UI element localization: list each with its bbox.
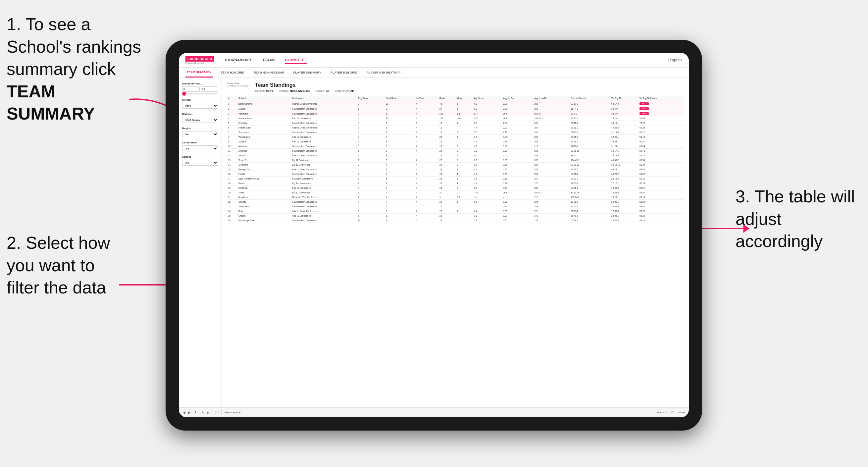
nav-teams[interactable]: TEAMS	[262, 57, 275, 64]
table-row: 13Texas TechBig 12 Conference194272-3.51…	[227, 158, 684, 163]
table-row: 20TexasBig 12 Conference374270.71.442695…	[227, 190, 684, 195]
clock-icon[interactable]: 🕐	[215, 411, 219, 414]
filter-region: Region: All	[315, 89, 329, 92]
table-row: 14OklahomaBig 12 Conference244242-5.21.8…	[227, 163, 684, 167]
table-row: 9ArizonaPac-12 Conference38422--4.61.982…	[227, 139, 684, 144]
table-row: 22GeorgiaSoutheastern Conference874211-5…	[227, 200, 684, 204]
col-avg-par: Avg. to Par	[502, 96, 533, 101]
col-vs25: Vs Top 25	[610, 96, 639, 101]
tab-player-h2h-grid[interactable]: PLAYER H2H GRID	[329, 68, 359, 77]
table-title: Team Standings	[255, 82, 684, 88]
nav-committee[interactable]: COMMITTEE	[285, 57, 307, 64]
table-row: 18IllinoisBig Ten Conference184234-1.41.…	[227, 181, 684, 186]
table-row: 16FloridaSoutheastern Conference794244-2…	[227, 172, 684, 177]
watch-button[interactable]: Watch ▾	[657, 411, 666, 414]
tab-player-h2h-heatmap[interactable]: PLAYER H2H HEATMAP	[365, 68, 402, 77]
col-reg-rank: Reg Rank	[357, 96, 385, 101]
tab-player-summary[interactable]: PLAYER SUMMARY	[292, 68, 322, 77]
standings-table: # School Conference Reg Rank Conf Rank N…	[227, 96, 684, 223]
copy-icon[interactable]: ⎘	[202, 411, 204, 414]
forward-icon[interactable]: ▶	[188, 411, 191, 414]
table-row: 11ArkansasSoutheastern Conference684232-…	[227, 149, 684, 153]
col-conf-rank: Conf Rank	[385, 96, 415, 101]
table-row: 1North CarolinaAtlantic Coast Conference…	[227, 101, 684, 106]
table-row: 4Arizona StatePac-12 Conference1264271-4…	[227, 116, 684, 121]
table-row: 25OregonPac-12 Conference59421--3.11.212…	[227, 214, 684, 218]
sidebar-division-select[interactable]: NCAA Division I NCAA Division II NCAA Di…	[182, 117, 218, 123]
col-avg-low: Avg. Low Rd.	[533, 96, 569, 101]
svg-marker-2	[744, 225, 749, 232]
table-row: 5Ole MissSoutheastern Conference364181-5…	[227, 121, 684, 126]
sidebar-conference-select[interactable]: (All)	[182, 146, 218, 151]
tablet: SCOREBOARD Powered by clippi TOURNAMENTS…	[165, 40, 702, 431]
sub-nav: TEAM SUMMARY TEAM H2H GRID TEAM H2H HEAT…	[179, 68, 689, 78]
table-row: 3VanderbiltSoutheastern Conference254271…	[227, 111, 684, 116]
sidebar-gender-label: Gender	[182, 98, 218, 101]
sign-out[interactable]: | Sign out	[668, 58, 682, 62]
tab-team-summary[interactable]: TEAM SUMMARY	[185, 68, 213, 77]
tab-team-h2h-heatmap[interactable]: TEAM H2H HEATMAP	[252, 68, 285, 77]
sidebar-range-min[interactable]	[182, 87, 200, 92]
plus-icon[interactable]: ⊕	[206, 411, 209, 414]
sidebar-minimum-rou: Minimum Rou...	[182, 82, 218, 94]
nav-bar: SCOREBOARD Powered by clippi TOURNAMENTS…	[179, 53, 689, 68]
sidebar-school: School (All)	[182, 155, 218, 165]
sidebar-range-row	[182, 87, 218, 92]
toolbar-right: Watch ▾ 📋 Share	[657, 411, 685, 414]
sidebar-division: Division NCAA Division I NCAA Division I…	[182, 113, 218, 123]
share-button[interactable]: Share	[678, 411, 685, 414]
vs-top-badge: 86.58	[640, 112, 649, 115]
table-row: 23Texas A&MSoutheastern Conference49410-…	[227, 204, 684, 209]
instruction-step2: 2. Select how you want to filter the dat…	[7, 232, 110, 299]
table-title-area: Team Standings Gender: Men's Division: N…	[255, 82, 684, 92]
reload-icon[interactable]: ↺	[193, 411, 196, 414]
filter-gender: Gender: Men's	[255, 89, 273, 92]
clip-icon[interactable]: 📋	[671, 411, 674, 414]
view-original[interactable]: View: Original	[224, 411, 241, 414]
table-row: 21New MexicoMountain West Conference1749…	[227, 195, 684, 200]
table-row: 8WashingtonPac-12 Conference284231-6.01.…	[227, 135, 684, 139]
nav-links: TOURNAMENTS TEAMS COMMITTEE	[224, 57, 307, 64]
col-rnds: Rnds	[438, 96, 456, 101]
table-row: 6Florida StateAtlantic Coast Conference7…	[227, 126, 684, 130]
col-wins: Wins	[456, 96, 472, 101]
sidebar-school-label: School	[182, 155, 218, 158]
table-row: 24DukeAtlantic Coast Conference594271-0.…	[227, 209, 684, 214]
sidebar-conference-label: Conference	[182, 141, 218, 144]
sidebar-minimum-rou-label: Minimum Rou...	[182, 82, 218, 85]
separator-2	[212, 410, 212, 415]
logo-badge: SCOREBOARD	[185, 56, 214, 62]
table-header-row: # School Conference Reg Rank Conf Rank N…	[227, 96, 684, 101]
slider-track[interactable]	[182, 93, 218, 94]
sidebar-range-max[interactable]	[201, 87, 219, 92]
table-row: 26Mississippi StateSoutheastern Conferen…	[227, 218, 684, 223]
back-icon[interactable]: ◀	[183, 411, 185, 414]
sidebar-gender-select[interactable]: Men's Women's	[182, 103, 218, 108]
table-body: 1North CarolinaAtlantic Coast Conference…	[227, 101, 684, 223]
sidebar-region: Region N/A All	[182, 127, 218, 137]
sidebar-school-select[interactable]: (All)	[182, 160, 218, 165]
table-row: 10AlabamaSoutheastern Conference584233-3…	[227, 144, 684, 149]
vs-top-badge: 89.11	[640, 102, 649, 105]
col-adj-score: Adj. Score	[472, 96, 502, 101]
col-vs50: Vs Top 50 Points	[639, 96, 684, 101]
slider-thumb	[182, 92, 186, 96]
sidebar-region-select[interactable]: N/A All	[182, 131, 218, 137]
tablet-screen: SCOREBOARD Powered by clippi TOURNAMENTS…	[179, 53, 689, 417]
bottom-toolbar: ◀ ▶ ↺ ⎘ ⊕ 🕐 View: Original Watch ▾ 📋 Sha…	[179, 407, 689, 417]
table-header: Update time: 27/03/2024 16:56:26 Team St…	[227, 82, 684, 92]
col-school: School	[238, 96, 291, 101]
table-row: 2AuburnSoutheastern Conference194276-6.0…	[227, 106, 684, 111]
sidebar-conference: Conference (All)	[182, 141, 218, 151]
separator-1	[199, 410, 199, 415]
logo-sub: Powered by clippi	[185, 62, 214, 64]
col-conference: Conference	[291, 96, 357, 101]
sidebar-region-label: Region	[182, 127, 218, 130]
filter-row: Gender: Men's Division: NCAA Division I …	[255, 89, 684, 92]
nav-tournaments[interactable]: TOURNAMENTS	[224, 57, 252, 64]
tab-team-h2h-grid[interactable]: TEAM H2H GRID	[219, 68, 245, 77]
table-row: 7TennesseeSoutheastern Conference484182-…	[227, 130, 684, 135]
sidebar-division-label: Division	[182, 113, 218, 116]
table-row: 12VirginiaAtlantic Coast Conference38424…	[227, 153, 684, 158]
table-row: 15Georgia TechAtlantic Coast Conference4…	[227, 167, 684, 172]
